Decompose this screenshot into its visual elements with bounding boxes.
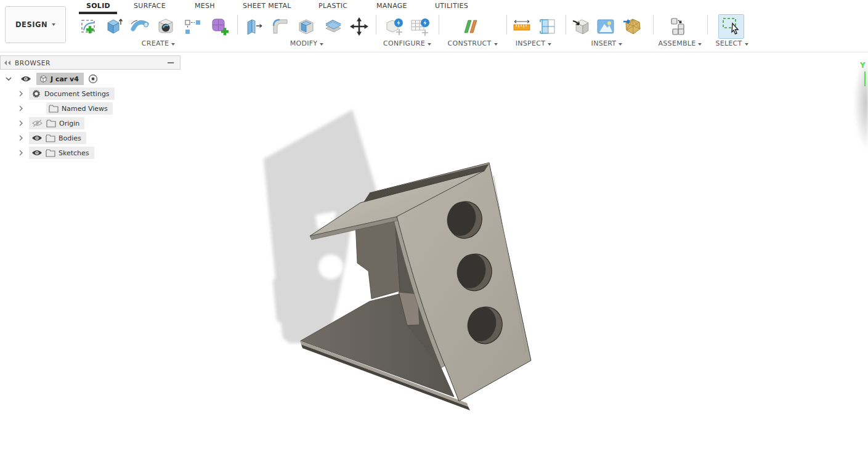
form-icon[interactable] — [209, 16, 230, 37]
tab-plastic[interactable]: PLASTIC — [318, 2, 347, 10]
toolbar-separator — [506, 15, 507, 35]
tab-surface[interactable]: SURFACE — [134, 2, 166, 10]
move-icon[interactable] — [349, 16, 370, 37]
chevron-down-icon — [745, 43, 748, 46]
folder-icon — [46, 149, 55, 157]
axis-y-label: Y — [860, 61, 866, 70]
viewcube-shadow — [854, 57, 868, 149]
toolbar: SOLID SURFACE MESH SHEET METAL PLASTIC M… — [0, 0, 868, 52]
visibility-eye-icon[interactable] — [31, 149, 43, 157]
fillet-icon[interactable] — [270, 16, 291, 37]
visibility-off-eye-icon[interactable] — [31, 119, 43, 128]
item-chip[interactable]: Document Settings — [29, 87, 115, 100]
body-cube-icon — [39, 75, 47, 83]
tab-manage[interactable]: MANAGE — [376, 2, 407, 10]
collapse-panel-icon[interactable] — [4, 60, 11, 66]
press-pull-icon[interactable] — [244, 16, 265, 37]
axis-y-line — [864, 71, 866, 86]
active-tab-underline — [79, 12, 117, 14]
chevron-right-icon[interactable] — [18, 120, 23, 126]
browser-title: BROWSER — [15, 59, 51, 67]
browser-panel: BROWSER J car v4 — [0, 55, 180, 160]
tab-utilities[interactable]: UTILITIES — [435, 2, 468, 10]
shell-icon[interactable] — [296, 16, 317, 37]
tree-row-bodies[interactable]: Bodies — [0, 131, 180, 145]
insert-group-label[interactable]: INSERT — [567, 39, 647, 47]
item-label: Document Settings — [44, 90, 110, 98]
tab-solid[interactable]: SOLID — [86, 2, 110, 10]
insert-mesh-icon[interactable] — [622, 16, 643, 37]
section-analysis-icon[interactable] — [537, 16, 558, 37]
create-group-label[interactable]: CREATE — [118, 39, 198, 47]
chevron-down-icon — [548, 43, 551, 46]
construction-plane-icon[interactable] — [460, 16, 481, 37]
item-chip[interactable]: Origin — [29, 117, 84, 129]
item-chip[interactable]: Named Views — [46, 102, 113, 115]
toolbar-separator — [439, 15, 439, 35]
gear-icon — [31, 89, 41, 99]
toolbar-separator — [707, 15, 708, 35]
chevron-right-icon[interactable] — [18, 105, 23, 112]
configuration-table-icon[interactable] — [409, 16, 430, 37]
folder-icon — [49, 105, 59, 113]
item-label: Origin — [59, 120, 79, 128]
model-inner-wall[interactable] — [355, 219, 400, 299]
item-label: Bodies — [59, 134, 81, 142]
visibility-eye-icon[interactable] — [20, 75, 31, 83]
workspace-switcher-button[interactable]: DESIGN — [5, 6, 66, 43]
hole-icon[interactable] — [155, 16, 176, 37]
extrude-icon[interactable] — [103, 16, 124, 37]
select-button[interactable] — [718, 14, 744, 39]
chevron-down-icon[interactable] — [6, 76, 12, 82]
folder-icon — [46, 120, 56, 128]
tree-row-origin[interactable]: Origin — [0, 116, 180, 131]
toolbar-separator — [653, 15, 654, 35]
inspect-group-label[interactable]: INSPECT — [493, 39, 574, 47]
tree-row-document-settings[interactable]: Document Settings — [0, 86, 180, 101]
root-item-label: J car v4 — [51, 75, 79, 83]
chevron-down-icon — [619, 43, 622, 46]
item-label: Named Views — [62, 105, 108, 113]
chevron-down-icon — [320, 43, 323, 46]
revolve-icon[interactable] — [129, 16, 150, 37]
tab-sheet-metal[interactable]: SHEET METAL — [243, 2, 291, 10]
workspace-switcher-label: DESIGN — [15, 20, 47, 29]
insert-derive-icon[interactable] — [570, 16, 591, 37]
chevron-right-icon[interactable] — [18, 91, 23, 97]
select-group-label[interactable]: SELECT — [692, 39, 772, 47]
activate-component-radio-icon[interactable] — [88, 74, 98, 84]
canvas-icon[interactable] — [595, 16, 616, 37]
browser-header: BROWSER — [0, 55, 180, 70]
toolbar-separator — [376, 15, 376, 35]
configuration-icon[interactable] — [383, 16, 404, 37]
toolbar-separator — [566, 15, 566, 35]
visibility-eye-icon[interactable] — [31, 134, 43, 142]
select-icon — [719, 15, 744, 38]
item-chip[interactable]: Sketches — [29, 147, 94, 159]
minimize-panel-icon[interactable] — [168, 60, 174, 66]
item-label: Sketches — [59, 149, 89, 157]
new-component-icon[interactable] — [668, 16, 689, 37]
item-chip[interactable]: Bodies — [29, 132, 86, 144]
offset-icon[interactable] — [323, 16, 344, 37]
root-item-chip[interactable]: J car v4 — [36, 73, 84, 85]
modify-group-label[interactable]: MODIFY — [267, 39, 347, 47]
toolbar-separator — [237, 15, 238, 35]
chevron-down-icon — [52, 23, 55, 26]
tree-row-named-views[interactable]: Named Views — [0, 101, 180, 116]
tab-mesh[interactable]: MESH — [195, 2, 215, 10]
chevron-down-icon — [171, 43, 175, 46]
chevron-right-icon[interactable] — [18, 150, 23, 156]
sketch-icon[interactable] — [79, 16, 100, 37]
folder-icon — [46, 134, 55, 142]
chevron-down-icon — [428, 43, 431, 46]
pattern-icon[interactable] — [182, 16, 203, 37]
chevron-right-icon[interactable] — [18, 135, 23, 141]
measure-icon[interactable] — [511, 16, 532, 37]
tree-row-root[interactable]: J car v4 — [0, 71, 180, 86]
tree-row-sketches[interactable]: Sketches — [0, 145, 180, 160]
